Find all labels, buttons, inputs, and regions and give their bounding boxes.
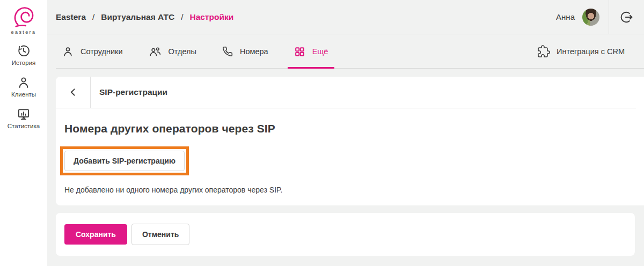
tab-departments[interactable]: Отделы — [142, 34, 203, 69]
user-avatar[interactable] — [582, 9, 599, 26]
crm-integration-button[interactable]: Интеграция с CRM — [537, 34, 644, 69]
back-button[interactable] — [56, 77, 90, 108]
sip-registrations-panel: SIP-регистрации Номера других операторов… — [56, 77, 644, 205]
page-title: Номера других операторов через SIP — [64, 122, 635, 135]
topbar-right: Анна — [556, 0, 644, 34]
history-icon — [17, 44, 31, 58]
annotation-highlight-box: Добавить SIP-регистрацию — [60, 146, 189, 175]
empty-state-text: Не добавлено ни одного номера других опе… — [64, 186, 635, 194]
departments-icon — [149, 46, 162, 57]
logout-icon — [620, 10, 634, 24]
tab-label: Ещё — [312, 47, 328, 56]
breadcrumb: Eastera / Виртуальная АТС / Настройки — [56, 12, 233, 22]
breadcrumb-virtual-pbx[interactable]: Виртуальная АТС — [101, 12, 174, 22]
tab-employees[interactable]: Сотрудники — [56, 34, 129, 69]
user-name: Анна — [556, 12, 575, 21]
main-area: Eastera / Виртуальная АТС / Настройки Ан… — [47, 0, 644, 266]
puzzle-icon — [537, 45, 550, 58]
sidebar-item-statistics[interactable]: Статистика — [0, 107, 47, 129]
eastera-logo-text: eastera — [11, 29, 36, 35]
breadcrumb-eastera[interactable]: Eastera — [56, 12, 86, 22]
eastera-logo[interactable]: eastera — [11, 4, 36, 35]
save-button[interactable]: Сохранить — [64, 224, 127, 245]
panel-title: SIP-регистрации — [99, 87, 167, 97]
statistics-icon — [17, 107, 31, 121]
tab-label: Номера — [240, 47, 268, 56]
sidebar-item-clients[interactable]: Клиенты — [0, 76, 47, 98]
phone-icon — [222, 46, 233, 57]
add-sip-registration-button[interactable]: Добавить SIP-регистрацию — [64, 151, 185, 171]
sidebar-item-label: Клиенты — [11, 91, 36, 98]
sidebar: eastera История Клиенты — [0, 0, 47, 266]
breadcrumb-settings[interactable]: Настройки — [189, 12, 233, 22]
sidebar-item-history[interactable]: История — [0, 44, 47, 66]
panel-header: SIP-регистрации — [56, 77, 636, 108]
sidebar-item-label: История — [12, 60, 36, 66]
cancel-button[interactable]: Отменить — [131, 224, 189, 245]
sidebar-nav: История Клиенты Статистика — [0, 44, 47, 129]
tab-more[interactable]: Ещё — [288, 34, 335, 69]
employee-icon — [62, 46, 74, 57]
panel-header-divider — [90, 77, 91, 108]
breadcrumb-separator: / — [92, 12, 94, 22]
grid-icon — [294, 46, 305, 57]
tab-label: Отделы — [169, 47, 196, 56]
eastera-logo-icon — [11, 4, 36, 29]
crm-label: Интеграция с CRM — [557, 47, 625, 56]
tabbar: Сотрудники Отделы Номера — [47, 34, 644, 69]
sidebar-item-label: Статистика — [8, 123, 40, 129]
topbar: Eastera / Виртуальная АТС / Настройки Ан… — [47, 0, 644, 34]
tab-label: Сотрудники — [80, 47, 123, 56]
logout-button[interactable] — [609, 0, 644, 34]
tab-numbers[interactable]: Номера — [216, 34, 275, 69]
content: SIP-регистрации Номера других операторов… — [47, 69, 644, 256]
person-icon — [17, 76, 31, 90]
tabbar-divider — [56, 68, 644, 69]
panel-body: Номера других операторов через SIP Добав… — [56, 108, 644, 205]
chevron-left-icon — [67, 86, 79, 99]
form-actions: Сохранить Отменить — [56, 213, 635, 256]
breadcrumb-separator: / — [181, 12, 183, 22]
